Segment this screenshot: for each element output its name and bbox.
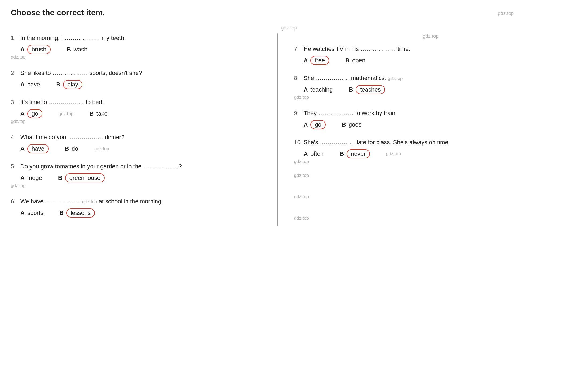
q2-answer-b: play: [63, 80, 82, 89]
watermark-center-top: gdz.top: [11, 25, 567, 31]
right-column: gdz.top 7 He watches TV in his ……………… ti…: [278, 33, 567, 226]
q10-option-b: B never: [340, 149, 370, 158]
q4-option-a: A have: [20, 144, 49, 153]
question-4: 4 What time do you ……………… dinner? A have…: [11, 133, 267, 153]
watermark-q3: gdz.top: [58, 111, 73, 116]
q10-number: 10: [294, 138, 303, 147]
watermark-right-bottom2: gdz.top: [294, 194, 567, 200]
q4-text: What time do you ……………… dinner?: [20, 133, 267, 142]
question-10: 10 She's ……………… late for class. She's al…: [294, 138, 567, 164]
q9-answer-a: go: [310, 120, 325, 129]
q8-number: 8: [294, 74, 303, 82]
q7-answer-b: open: [352, 57, 365, 64]
q5-answer-b: greenhouse: [65, 173, 105, 182]
q2-number: 2: [11, 68, 20, 77]
q10-option-a: A often: [303, 150, 324, 157]
watermark-q1: gdz.top: [11, 55, 267, 60]
watermark-q5: gdz.top: [11, 183, 267, 188]
question-7: 7 He watches TV in his ……………… time. A fr…: [294, 44, 567, 65]
q9-number: 9: [294, 109, 303, 117]
q1-option-a: A brush: [20, 45, 51, 54]
q4-answer-a: have: [27, 144, 49, 153]
q9-option-a: A go: [303, 120, 325, 129]
q10-answer-b: never: [347, 149, 370, 158]
left-column: 1 In the morning, I ……………… my teeth. A b…: [11, 33, 278, 226]
q7-text: He watches TV in his ……………… time.: [303, 44, 567, 53]
q6-number: 6: [11, 197, 20, 206]
q3-text: It's time to ……………… to bed.: [20, 98, 267, 106]
q1-answer-b: wash: [74, 46, 87, 53]
q1-text: In the morning, I ……………… my teeth.: [20, 33, 267, 42]
watermark-q3b: gdz.top: [11, 119, 267, 124]
q1-number: 1: [11, 33, 20, 42]
q3-option-a: A go: [20, 109, 42, 118]
q8-answer-a: teaching: [310, 86, 333, 93]
q8-option-a: A teaching: [303, 86, 333, 93]
watermark-q10: gdz.top: [386, 151, 401, 157]
watermark-right-bottom3: gdz.top: [294, 216, 567, 221]
q6-text: We have ……………… gdz.top at school in the …: [20, 197, 267, 206]
question-2: 2 She likes to ……………… sports, doesn't sh…: [11, 68, 267, 89]
q1-answer-a: brush: [27, 45, 51, 54]
q5-option-a: A fridge: [20, 174, 42, 181]
q3-answer-b: take: [96, 110, 108, 117]
q9-answer-b: goes: [349, 121, 362, 128]
q3-number: 3: [11, 98, 20, 106]
q1-option-b: B wash: [67, 46, 87, 53]
q2-answer-a: have: [27, 81, 40, 88]
q10-answer-a: often: [310, 150, 324, 157]
q4-answer-b: do: [72, 145, 78, 152]
q7-option-a: A free: [303, 56, 329, 65]
question-3: 3 It's time to ……………… to bed. A go gdz.t…: [11, 98, 267, 124]
q2-option-b: B play: [56, 80, 82, 89]
q4-number: 4: [11, 133, 20, 142]
q8-option-b: B teaches: [349, 85, 385, 94]
q6-option-b: B lessons: [59, 208, 95, 218]
q6-option-a: A sports: [20, 210, 43, 216]
q6-answer-a: sports: [27, 210, 43, 216]
q7-option-b: B open: [345, 57, 365, 64]
q5-text: Do you grow tomatoes in your garden or i…: [20, 162, 267, 171]
q5-number: 5: [11, 162, 20, 171]
q10-text: She's ……………… late for class. She's alway…: [303, 138, 567, 147]
watermark-q4: gdz.top: [94, 146, 109, 151]
q7-answer-a: free: [310, 56, 329, 65]
q9-text: They ……………… to work by train.: [303, 109, 567, 117]
watermark-q6-inline: gdz.top: [82, 199, 97, 204]
q6-answer-b: lessons: [66, 208, 95, 218]
q3-option-b: B take: [89, 110, 107, 117]
watermark-top-right: gdz.top: [498, 11, 514, 16]
watermark-q10b: gdz.top: [294, 159, 567, 164]
watermark-right-top: gdz.top: [294, 33, 567, 39]
q9-option-b: B goes: [342, 121, 362, 128]
question-1: 1 In the morning, I ……………… my teeth. A b…: [11, 33, 267, 60]
q5-option-b: B greenhouse: [58, 173, 105, 182]
q2-option-a: A have: [20, 81, 40, 88]
watermark-q8: gdz.top: [294, 95, 567, 100]
q8-text: She ………………mathematics. gdz.top: [303, 74, 567, 82]
q7-number: 7: [294, 44, 303, 53]
watermark-right-bottom: gdz.top: [294, 173, 567, 178]
question-5: 5 Do you grow tomatoes in your garden or…: [11, 162, 267, 188]
question-9: 9 They ……………… to work by train. A go B g…: [294, 109, 567, 129]
question-6: 6 We have ……………… gdz.top at school in th…: [11, 197, 267, 218]
q8-answer-b: teaches: [356, 85, 385, 94]
q4-option-b: B do: [65, 145, 78, 152]
q3-answer-a: go: [27, 109, 42, 118]
page-title: Choose the correct item.: [11, 8, 567, 17]
question-8: 8 She ………………mathematics. gdz.top A teach…: [294, 74, 567, 100]
q2-text: She likes to ……………… sports, doesn't she?: [20, 68, 267, 77]
q5-answer-a: fridge: [27, 174, 42, 181]
